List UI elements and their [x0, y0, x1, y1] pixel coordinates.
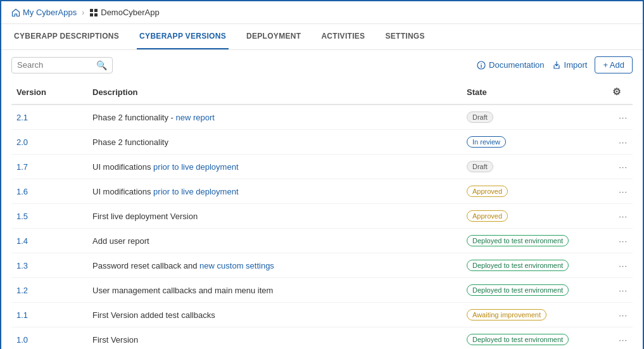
- svg-rect-2: [90, 13, 93, 16]
- home-label: My CyberApps: [23, 8, 77, 17]
- table-row: 1.5First live deployment VersionApproved…: [11, 204, 633, 229]
- state-badge: Draft: [467, 161, 493, 172]
- description-cell: User management callbacks and main menu …: [87, 278, 462, 303]
- state-cell: Awaiting improvement: [462, 303, 607, 327]
- version-cell[interactable]: 1.0: [11, 327, 87, 350]
- versions-table: Version Description State ⚙ 2.1Phase 2 f…: [11, 80, 633, 349]
- state-cell: Draft: [462, 155, 607, 179]
- version-cell[interactable]: 1.6: [11, 179, 87, 204]
- state-badge: Approved: [467, 210, 508, 222]
- table-container: Version Description State ⚙ 2.1Phase 2 f…: [1, 80, 643, 349]
- desc-link[interactable]: new custom settings: [199, 261, 274, 270]
- state-cell: Approved: [462, 204, 607, 229]
- state-badge: Deployed to test environment: [467, 235, 569, 246]
- version-cell[interactable]: 2.0: [11, 130, 87, 155]
- description-cell: UI modifications prior to live deploymen…: [87, 179, 462, 204]
- row-actions[interactable]: ···: [607, 229, 633, 253]
- state-badge: Awaiting improvement: [467, 309, 546, 320]
- table-row: 1.0First VersionDeployed to test environ…: [11, 327, 633, 350]
- state-badge: Approved: [467, 186, 508, 197]
- row-actions[interactable]: ···: [607, 303, 633, 327]
- table-row: 1.1First Version added test callbacksAwa…: [11, 303, 633, 327]
- svg-rect-1: [94, 9, 98, 12]
- table-row: 1.7UI modifications prior to live deploy…: [11, 155, 633, 179]
- state-badge: Deployed to test environment: [467, 334, 569, 345]
- desc-link[interactable]: new report: [176, 113, 215, 122]
- breadcrumb: My CyberApps › DemoCyberApp: [1, 1, 643, 24]
- row-actions[interactable]: ···: [607, 253, 633, 278]
- current-app-label: DemoCyberApp: [101, 8, 160, 17]
- desc-link[interactable]: prior to live deployment: [153, 187, 238, 196]
- version-cell[interactable]: 1.1: [11, 303, 87, 327]
- state-cell: Draft: [462, 105, 607, 130]
- state-cell: Deployed to test environment: [462, 229, 607, 253]
- gear-icon[interactable]: ⚙: [612, 86, 621, 97]
- version-cell[interactable]: 1.7: [11, 155, 87, 179]
- app-container: My CyberApps › DemoCyberApp CYBERAPP DES…: [0, 0, 644, 349]
- documentation-button[interactable]: i Documentation: [477, 60, 544, 70]
- toolbar-right: i Documentation Import + Add: [477, 56, 633, 73]
- state-cell: Deployed to test environment: [462, 253, 607, 278]
- state-cell: Deployed to test environment: [462, 278, 607, 303]
- tabs-bar: CYBERAPP DESCRIPTIONS CYBERAPP VERSIONS …: [1, 24, 643, 50]
- grid-icon: [89, 8, 98, 17]
- row-actions[interactable]: ···: [607, 204, 633, 229]
- tab-settings[interactable]: SETTINGS: [382, 24, 427, 49]
- row-actions[interactable]: ···: [607, 130, 633, 155]
- version-cell[interactable]: 1.2: [11, 278, 87, 303]
- tab-activities[interactable]: ACTIVITIES: [319, 24, 367, 49]
- state-badge: Deployed to test environment: [467, 284, 569, 296]
- breadcrumb-home-link[interactable]: My CyberApps: [11, 8, 77, 17]
- search-input[interactable]: [17, 60, 94, 70]
- description-cell: Phase 2 functionality - new report: [87, 105, 462, 130]
- description-cell: First live deployment Version: [87, 204, 462, 229]
- state-cell: Deployed to test environment: [462, 327, 607, 350]
- table-row: 1.3Password reset callback and new custo…: [11, 253, 633, 278]
- svg-rect-3: [94, 13, 98, 16]
- tab-deployment[interactable]: DEPLOYMENT: [244, 24, 303, 49]
- import-button[interactable]: Import: [552, 60, 588, 70]
- info-icon: i: [477, 61, 486, 70]
- tab-descriptions[interactable]: CYBERAPP DESCRIPTIONS: [11, 24, 122, 49]
- description-cell: Add user report: [87, 229, 462, 253]
- search-box[interactable]: 🔍: [11, 57, 113, 73]
- col-header-state: State: [462, 80, 607, 105]
- description-cell: UI modifications prior to live deploymen…: [87, 155, 462, 179]
- version-cell[interactable]: 1.3: [11, 253, 87, 278]
- state-cell: Approved: [462, 179, 607, 204]
- add-button[interactable]: + Add: [595, 56, 633, 73]
- desc-link[interactable]: prior to live deployment: [153, 162, 238, 172]
- state-badge: In review: [467, 136, 506, 148]
- version-cell[interactable]: 1.4: [11, 229, 87, 253]
- home-icon: [11, 8, 20, 17]
- toolbar: 🔍 i Documentation Import + Add: [1, 50, 643, 80]
- table-row: 2.1Phase 2 functionality - new reportDra…: [11, 105, 633, 130]
- svg-text:i: i: [481, 63, 483, 69]
- row-actions[interactable]: ···: [607, 105, 633, 130]
- state-badge: Deployed to test environment: [467, 260, 569, 271]
- table-row: 1.4Add user reportDeployed to test envir…: [11, 229, 633, 253]
- row-actions[interactable]: ···: [607, 278, 633, 303]
- col-header-version: Version: [11, 80, 87, 105]
- table-row: 2.0Phase 2 functionalityIn review···: [11, 130, 633, 155]
- table-row: 1.6UI modifications prior to live deploy…: [11, 179, 633, 204]
- description-cell: First Version: [87, 327, 462, 350]
- svg-rect-0: [90, 9, 93, 12]
- breadcrumb-separator: ›: [82, 8, 84, 17]
- row-actions[interactable]: ···: [607, 179, 633, 204]
- row-actions[interactable]: ···: [607, 155, 633, 179]
- tab-versions[interactable]: CYBERAPP VERSIONS: [137, 24, 229, 49]
- breadcrumb-current: DemoCyberApp: [89, 8, 160, 17]
- import-icon: [552, 61, 561, 70]
- search-icon: 🔍: [96, 60, 107, 70]
- description-cell: Phase 2 functionality: [87, 130, 462, 155]
- col-header-description: Description: [87, 80, 462, 105]
- version-cell[interactable]: 2.1: [11, 105, 87, 130]
- description-cell: Password reset callback and new custom s…: [87, 253, 462, 278]
- row-actions[interactable]: ···: [607, 327, 633, 350]
- documentation-label: Documentation: [489, 60, 544, 70]
- version-cell[interactable]: 1.5: [11, 204, 87, 229]
- description-cell: First Version added test callbacks: [87, 303, 462, 327]
- import-label: Import: [564, 60, 588, 70]
- col-header-actions: ⚙: [607, 80, 633, 105]
